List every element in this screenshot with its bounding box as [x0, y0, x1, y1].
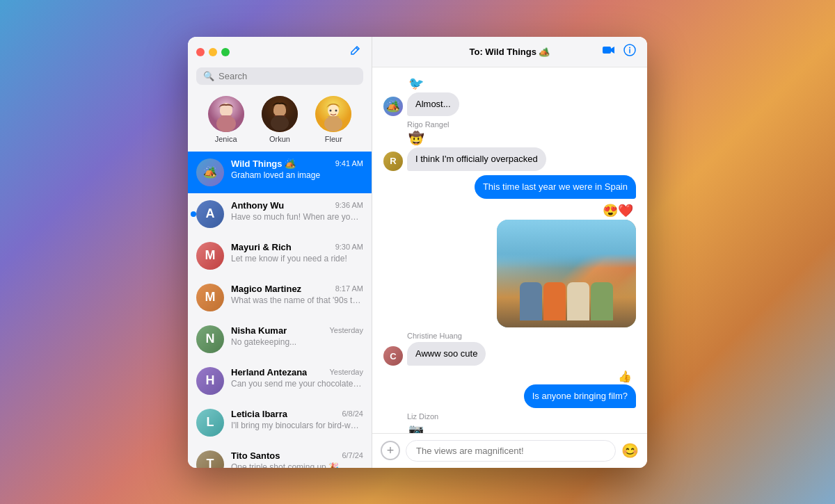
conv-name-nisha: Nisha Kumar [231, 325, 287, 336]
minimize-button[interactable] [209, 48, 217, 56]
message-group-christine: Christine Huang C Awww soo cute [383, 332, 636, 366]
message-input[interactable] [406, 440, 616, 462]
message-row-liz: L 📷 I am! [383, 423, 444, 432]
cowboy-emoji: 🤠 [408, 131, 546, 146]
message-row-spain: This time last year we were in Spain [383, 175, 636, 199]
chat-title: To: Wild Things 🏕️ [417, 47, 603, 57]
conv-time-herland: Yesterday [329, 368, 363, 376]
conv-name-mayuri: Mayuri & Rich [231, 242, 292, 252]
conversations-list: 🏕️ Wild Things 🏕️ 9:41 AM Graham loved a… [188, 152, 372, 468]
titlebar [188, 37, 372, 67]
conv-content-mayuri: Mayuri & Rich 9:30 AM Let me know if you… [231, 242, 363, 263]
maximize-button[interactable] [221, 48, 230, 56]
conv-preview-nisha: No gatekeeping... [231, 337, 363, 347]
photo-reaction-emoji: 😍❤️ [603, 203, 633, 218]
conv-content-magico: Magico Martinez 8:17 AM What was the nam… [231, 284, 363, 305]
message-row-christine: C Awww soo cute [383, 342, 486, 366]
pinned-contact-fleur[interactable]: Fleur [315, 96, 351, 143]
conv-preview-mayuri: Let me know if you need a ride! [231, 254, 363, 263]
video-call-button[interactable] [603, 45, 615, 58]
conv-avatar-tito: T [196, 450, 224, 468]
pinned-contacts: Jenica Orkun [188, 90, 372, 152]
conv-content-nisha: Nisha Kumar Yesterday No gatekeeping... [231, 325, 363, 347]
conv-avatar-anthony: A [196, 200, 224, 228]
emoji-button[interactable]: 😊 [621, 442, 639, 459]
conversation-nisha-kumar[interactable]: N Nisha Kumar Yesterday No gatekeeping..… [188, 318, 372, 360]
conv-preview-anthony: Have so much fun! When are you back? [231, 212, 363, 222]
message-row-rigo: R 🤠 I think I'm officially overpacked [383, 131, 546, 171]
conv-time-leticia: 6/8/24 [342, 409, 363, 418]
conversation-tito[interactable]: T Tito Santos 6/7/24 One triple shot com… [188, 444, 372, 468]
conv-avatar-mayuri: M [196, 242, 224, 270]
conv-content-anthony: Anthony Wu 9:36 AM Have so much fun! Whe… [231, 200, 363, 222]
photo-message[interactable] [497, 220, 636, 327]
conversation-anthony-wu[interactable]: A Anthony Wu 9:36 AM Have so much fun! W… [188, 193, 372, 235]
conv-time-anthony: 9:36 AM [335, 201, 363, 209]
message-group-almost: 🏕️ 🐦 Almost... [383, 76, 636, 116]
search-input[interactable] [218, 71, 356, 81]
sender-name-liz: Liz Dizon [407, 412, 438, 421]
left-panel: 🔍 Jenica [188, 37, 372, 468]
conversation-herland[interactable]: H Herland Antezana Yesterday Can you sen… [188, 360, 372, 402]
conv-header-wild-things: Wild Things 🏕️ 9:41 AM [231, 158, 363, 169]
message-group-rigo: Rigo Rangel R 🤠 I think I'm officially o… [383, 120, 636, 171]
traffic-lights [196, 48, 230, 56]
avatar-orkun [262, 96, 298, 132]
conv-avatar-herland: H [196, 367, 224, 395]
conv-preview-wild-things: Graham loved an image [231, 170, 363, 180]
camera-emoji: 📷 [408, 423, 444, 432]
message-group-liz: Liz Dizon L 📷 I am! [383, 412, 636, 432]
pinned-contact-name-fleur: Fleur [325, 135, 342, 143]
msg-avatar-christine: C [383, 346, 403, 366]
conv-name-wild-things: Wild Things 🏕️ [231, 158, 296, 169]
photo-figure-1 [520, 282, 542, 320]
conv-time-mayuri: 9:30 AM [335, 243, 363, 251]
conv-avatar-magico: M [196, 284, 224, 311]
input-area: + 😊 [372, 433, 647, 468]
pinned-contact-name-jenica: Jenica [215, 135, 237, 143]
conv-time-magico: 8:17 AM [335, 284, 363, 293]
avatar-jenica [208, 96, 244, 132]
svg-point-12 [335, 109, 337, 111]
conv-content-herland: Herland Antezana Yesterday Can you send … [231, 367, 363, 389]
chat-header: To: Wild Things 🏕️ [372, 37, 647, 67]
conversation-magico-martinez[interactable]: M Magico Martinez 8:17 AM What was the n… [188, 277, 372, 318]
conversation-wild-things[interactable]: 🏕️ Wild Things 🏕️ 9:41 AM Graham loved a… [188, 152, 372, 193]
search-icon: 🔍 [203, 71, 214, 81]
conv-preview-tito: One triple shot coming up 🎉 [231, 462, 363, 468]
compose-button[interactable] [347, 42, 363, 62]
conv-time-nisha: Yesterday [329, 326, 363, 334]
conversation-leticia[interactable]: L Leticia Ibarra 6/8/24 I'll bring my bi… [188, 402, 372, 444]
svg-rect-13 [603, 47, 611, 54]
header-icons [603, 44, 636, 59]
conv-time-tito: 6/7/24 [342, 451, 363, 460]
conv-preview-magico: What was the name of that '90s thriller … [231, 295, 363, 305]
conv-preview-herland: Can you send me your chocolate chip cook… [231, 379, 363, 389]
conv-time-wild-things: 9:41 AM [335, 159, 363, 168]
info-button[interactable] [623, 44, 636, 59]
message-row-photo: 😍❤️ [383, 203, 636, 327]
search-bar: 🔍 [196, 67, 363, 85]
add-attachment-button[interactable]: + [381, 441, 400, 460]
conv-name-anthony: Anthony Wu [231, 200, 284, 211]
conversation-mayuri-rich[interactable]: M Mayuri & Rich 9:30 AM Let me know if y… [188, 235, 372, 277]
svg-point-2 [220, 106, 232, 117]
msg-avatar-rigo: R [383, 152, 403, 171]
pinned-contact-jenica[interactable]: Jenica [208, 96, 244, 143]
conv-avatar-nisha: N [196, 325, 224, 353]
svg-point-10 [324, 116, 342, 131]
conv-name-leticia: Leticia Ibarra [231, 409, 287, 419]
bubble-spain: This time last year we were in Spain [475, 175, 636, 199]
conv-name-magico: Magico Martinez [231, 284, 301, 294]
conv-preview-leticia: I'll bring my binoculars for bird-watchi… [231, 421, 363, 430]
svg-point-6 [273, 106, 286, 117]
avatar-fleur [315, 96, 351, 132]
bubble-film: Is anyone bringing film? [524, 384, 636, 408]
conv-avatar-leticia: L [196, 409, 224, 437]
thumbs-up-emoji: 👍 [618, 370, 632, 383]
bubble-christine: Awww soo cute [407, 342, 486, 366]
pinned-contact-orkun[interactable]: Orkun [262, 96, 298, 143]
close-button[interactable] [196, 48, 205, 56]
messages-area: 🏕️ 🐦 Almost... Rigo Rangel R 🤠 I think I… [372, 67, 647, 433]
photo-figure-3 [567, 282, 589, 320]
